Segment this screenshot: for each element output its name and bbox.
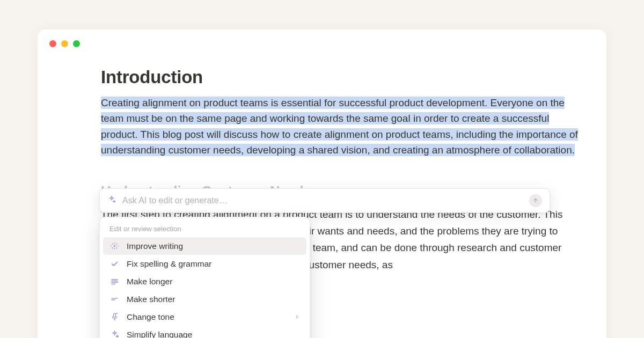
menu-item-label: Make longer <box>127 277 300 286</box>
lines-long-icon <box>109 277 119 286</box>
menu-item-label: Fix spelling & grammar <box>127 259 300 269</box>
traffic-lights <box>49 40 80 47</box>
checkmark-icon <box>109 259 119 268</box>
menu-item-label: Improve writing <box>127 241 300 251</box>
menu-item-fix-spelling[interactable]: Fix spelling & grammar <box>103 255 306 273</box>
magic-wand-icon <box>109 241 119 251</box>
ai-prompt-bar[interactable]: Ask AI to edit or generate… <box>99 188 550 213</box>
submit-button[interactable] <box>529 194 542 207</box>
ai-actions-menu: Edit or review selection Improve writing… <box>99 217 310 338</box>
close-window-button[interactable] <box>49 40 56 47</box>
fullscreen-window-button[interactable] <box>73 40 80 47</box>
chevron-right-icon <box>294 312 300 322</box>
selected-text[interactable]: Creating alignment on product teams is e… <box>101 97 578 156</box>
svg-rect-1 <box>113 313 115 317</box>
menu-item-label: Change tone <box>127 312 287 322</box>
menu-item-simplify-language[interactable]: Simplify language <box>103 326 306 338</box>
menu-item-make-longer[interactable]: Make longer <box>103 273 306 290</box>
intro-paragraph[interactable]: Creating alignment on product teams is e… <box>101 95 582 158</box>
menu-item-make-shorter[interactable]: Make shorter <box>103 290 306 308</box>
menu-section-header: Edit or review selection <box>103 222 306 237</box>
lines-short-icon <box>109 295 119 304</box>
menu-item-label: Simplify language <box>127 330 300 339</box>
menu-item-change-tone[interactable]: Change tone <box>103 308 306 326</box>
ai-input-placeholder[interactable]: Ask AI to edit or generate… <box>122 196 523 205</box>
page-heading[interactable]: Introduction <box>101 67 582 87</box>
app-window: Introduction Creating alignment on produ… <box>38 30 606 338</box>
microphone-icon <box>109 312 119 321</box>
sparkle-icon <box>109 330 119 338</box>
sparkle-icon <box>107 195 116 206</box>
svg-point-0 <box>114 246 115 247</box>
menu-item-improve-writing[interactable]: Improve writing <box>103 237 306 255</box>
minimize-window-button[interactable] <box>61 40 68 47</box>
menu-item-label: Make shorter <box>127 295 300 304</box>
